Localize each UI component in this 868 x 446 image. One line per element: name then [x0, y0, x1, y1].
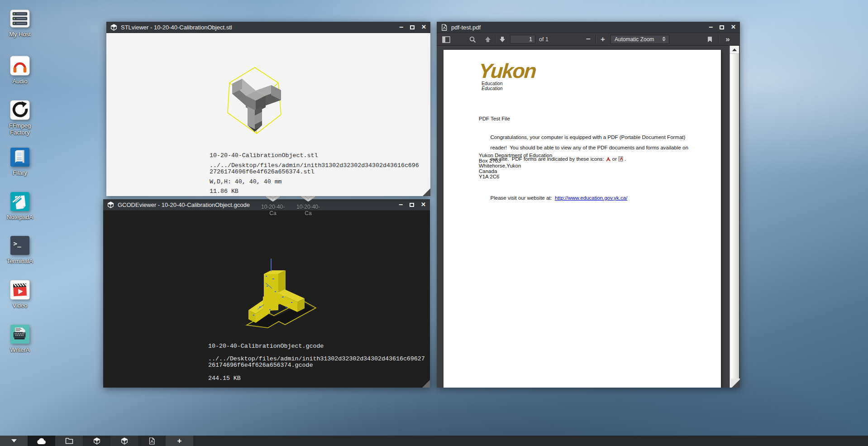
pdf-titlebar[interactable]: pdf-test.pdf – ✕ [437, 22, 740, 33]
taskbar-menu-button[interactable] [0, 436, 28, 446]
close-button[interactable]: ✕ [421, 202, 426, 207]
pdf-content-area: Yukon Education Éducation PDF Test File … [437, 46, 740, 388]
window-title: STLviewer - 10-20-40-CalibrationObject.s… [121, 24, 399, 31]
pdf-toolbar: of 1 − + Automatic Zoom » [437, 33, 740, 46]
desktop-icon-label: My Host [3, 31, 37, 38]
gcode-filename: 10-20-40-CalibrationObject.gcode [208, 343, 324, 350]
close-button[interactable]: ✕ [421, 24, 426, 30]
desktop: { "desktop": { "icons": [ { "label": "My… [0, 0, 868, 446]
scroll-up-arrow-icon [732, 48, 737, 51]
arrow-down-icon [499, 36, 506, 43]
desktop-icon-terminala[interactable]: >_ TerminalA [3, 235, 37, 264]
document-heading: PDF Test File [479, 116, 510, 121]
minimize-button[interactable]: – [709, 24, 713, 30]
address-block: Yukon Department of Education Box 2703 W… [479, 153, 552, 180]
plus-icon: + [177, 436, 182, 446]
desktop-file-icon-label: 10-20-40-Ca [259, 204, 287, 216]
cloud-icon [36, 437, 47, 445]
resize-grip[interactable] [422, 380, 430, 388]
search-icon [469, 36, 476, 43]
zoom-in-button[interactable]: + [597, 33, 609, 46]
gcode-path-line2: 26174696f6e4f626a656374.gcode [208, 362, 313, 369]
maximize-button[interactable] [720, 25, 724, 29]
vertical-scrollbar[interactable] [730, 46, 739, 388]
chevron-down-icon [11, 439, 17, 442]
stl-dimensions: W,D,H: 40, 40, 40 mm [210, 178, 282, 185]
resize-grip[interactable] [732, 379, 740, 388]
desktop-icon-audio[interactable]: Audio [3, 55, 37, 85]
minimize-button[interactable]: – [399, 202, 403, 207]
website-link[interactable]: http://www.education.gov.yk.ca/ [555, 195, 627, 201]
svg-text:>_: >_ [14, 240, 22, 248]
toolbar-more-button[interactable]: » [721, 33, 734, 46]
desktop-file-icon[interactable]: 10-20-40-Ca [259, 195, 287, 216]
gcodeviewer-window: GCODEviewer - 10-20-40-CalibrationObject… [103, 199, 430, 388]
gcode-object-preview [228, 256, 318, 335]
book-icon [10, 147, 30, 168]
maximize-button[interactable] [410, 203, 414, 207]
stlviewer-window: STLviewer - 10-20-40-CalibrationObject.s… [106, 22, 430, 196]
typewriter-icon [10, 324, 30, 345]
page-number-input[interactable] [510, 35, 535, 43]
taskbar-files-button[interactable] [55, 436, 83, 446]
gcode-filesize: 244.15 KB [208, 375, 241, 382]
desktop-icon-label: TerminalA [3, 258, 37, 264]
website-line: Please visit our website at: http://www.… [479, 190, 627, 206]
zoom-out-button[interactable]: − [582, 33, 594, 46]
desktop-icon-video[interactable]: Video [3, 279, 37, 309]
stl-3d-viewport[interactable]: 10-20-40-CalibrationObject.stl ../../Des… [106, 33, 430, 196]
next-page-button[interactable] [496, 33, 508, 46]
bookmark-button[interactable] [704, 33, 715, 46]
taskbar-new-button[interactable]: + [166, 436, 193, 446]
logo-subtitle-fr: Éducation [482, 86, 503, 91]
stlviewer-titlebar[interactable]: STLviewer - 10-20-40-CalibrationObject.s… [106, 22, 430, 33]
desktop-file-icon[interactable]: 10-20-40-Ca [294, 195, 322, 216]
headphones-icon [10, 55, 30, 76]
pdf-file-icon [148, 437, 155, 445]
window-title: pdf-test.pdf [451, 24, 709, 31]
window-title: GCODEviewer - 10-20-40-CalibrationObject… [118, 201, 399, 208]
taskbar-stlviewer-button[interactable] [83, 436, 110, 446]
previous-page-button[interactable] [482, 33, 494, 46]
desktop-icon-my-host[interactable]: My Host [3, 8, 37, 38]
gcode-3d-viewport[interactable]: 10-20-40-CalibrationObject.gcode ../../D… [103, 211, 430, 388]
search-button[interactable] [467, 33, 478, 46]
stl-filename: 10-20-40-CalibrationObject.stl [210, 152, 318, 159]
arrow-up-icon [485, 36, 491, 43]
close-button[interactable]: ✕ [731, 24, 736, 30]
desktop-icon-label: Video [3, 302, 37, 309]
server-icon [10, 8, 30, 29]
maximize-button[interactable] [410, 25, 415, 29]
desktop-icon-label: FFmpeg Factory [3, 122, 37, 136]
taskbar-cloud-button[interactable] [28, 436, 55, 446]
resize-grip[interactable] [423, 188, 430, 196]
bookmark-icon [707, 36, 712, 43]
pdf-viewer-window: pdf-test.pdf – ✕ [437, 22, 740, 388]
taskbar-pdf-button[interactable] [138, 436, 166, 446]
gcode-path-line1: ../../Desktop/files/admin/inith31302d323… [208, 355, 425, 362]
acrobat-icon [606, 157, 611, 162]
zoom-select[interactable]: Automatic Zoom [610, 35, 669, 44]
toolbar-separator [718, 35, 719, 43]
sidebar-toggle-button[interactable] [440, 33, 452, 46]
desktop-icon-label: Audio [3, 78, 37, 85]
terminal-icon: >_ [10, 235, 30, 256]
double-chevron-icon: » [725, 35, 730, 44]
scroll-up-button[interactable] [730, 46, 739, 54]
page-count-label: of 1 [539, 33, 548, 46]
desktop-icon-filary[interactable]: Filary [3, 147, 37, 176]
desktop-icon-notepada[interactable]: NotepadA [3, 191, 37, 221]
desktop-file-icon-label: 10-20-40-Ca [294, 204, 322, 216]
desktop-icon-writera[interactable]: WriterA [3, 324, 37, 353]
stl-filesize: 11.86 KB [210, 188, 238, 195]
cube-icon [110, 24, 117, 31]
desktop-icon-label: WriterA [3, 346, 37, 353]
select-caret-icon [662, 37, 666, 41]
stl-path-line2: 2726174696f6e4f626a656374.stl [210, 168, 314, 175]
minimize-button[interactable]: – [399, 24, 403, 30]
desktop-icon-label: NotepadA [3, 214, 37, 221]
desktop-icon-ffmpeg-factory[interactable]: FFmpeg Factory [3, 100, 37, 136]
yukon-logo: Yukon [478, 59, 536, 83]
taskbar-gcodeviewer-button[interactable] [110, 436, 138, 446]
desktop-icon-label: Filary [3, 169, 37, 176]
